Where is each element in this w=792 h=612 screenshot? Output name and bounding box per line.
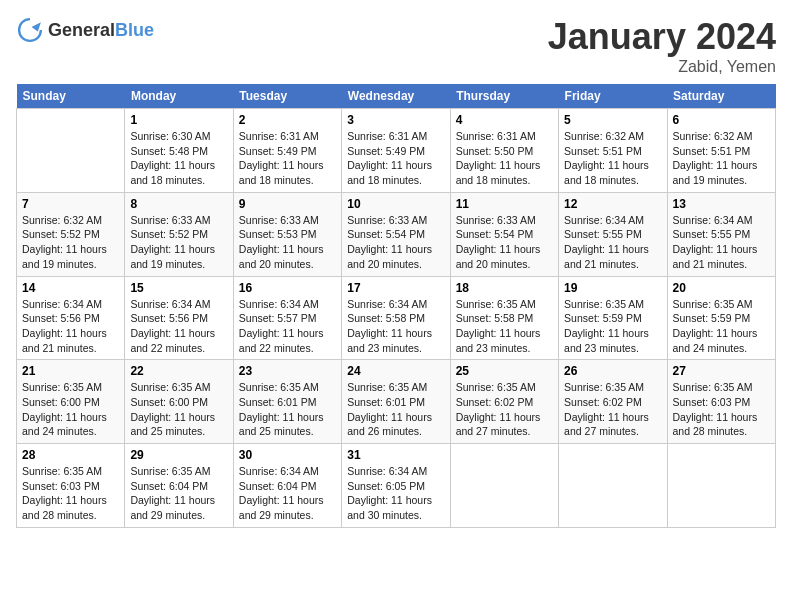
day-number: 1 [130,113,227,127]
day-number: 3 [347,113,444,127]
day-number: 31 [347,448,444,462]
logo: GeneralBlue [16,16,154,44]
day-info: Sunrise: 6:34 AMSunset: 5:56 PMDaylight:… [22,297,119,356]
day-info: Sunrise: 6:34 AMSunset: 6:04 PMDaylight:… [239,464,336,523]
day-info: Sunrise: 6:35 AMSunset: 5:58 PMDaylight:… [456,297,553,356]
day-number: 23 [239,364,336,378]
day-info: Sunrise: 6:35 AMSunset: 6:04 PMDaylight:… [130,464,227,523]
calendar-cell: 26Sunrise: 6:35 AMSunset: 6:02 PMDayligh… [559,360,667,444]
day-number: 12 [564,197,661,211]
calendar-cell: 13Sunrise: 6:34 AMSunset: 5:55 PMDayligh… [667,192,775,276]
week-row-1: 1Sunrise: 6:30 AMSunset: 5:48 PMDaylight… [17,109,776,193]
day-info: Sunrise: 6:35 AMSunset: 5:59 PMDaylight:… [673,297,770,356]
day-info: Sunrise: 6:31 AMSunset: 5:49 PMDaylight:… [347,129,444,188]
title-block: January 2024 Zabid, Yemen [548,16,776,76]
day-info: Sunrise: 6:33 AMSunset: 5:53 PMDaylight:… [239,213,336,272]
day-info: Sunrise: 6:35 AMSunset: 6:00 PMDaylight:… [22,380,119,439]
day-info: Sunrise: 6:35 AMSunset: 6:02 PMDaylight:… [564,380,661,439]
calendar-cell: 21Sunrise: 6:35 AMSunset: 6:00 PMDayligh… [17,360,125,444]
calendar-cell [450,444,558,528]
calendar-cell: 29Sunrise: 6:35 AMSunset: 6:04 PMDayligh… [125,444,233,528]
day-number: 25 [456,364,553,378]
calendar-cell: 31Sunrise: 6:34 AMSunset: 6:05 PMDayligh… [342,444,450,528]
day-number: 30 [239,448,336,462]
day-number: 24 [347,364,444,378]
calendar-cell: 18Sunrise: 6:35 AMSunset: 5:58 PMDayligh… [450,276,558,360]
week-row-4: 21Sunrise: 6:35 AMSunset: 6:00 PMDayligh… [17,360,776,444]
day-number: 10 [347,197,444,211]
calendar-cell: 22Sunrise: 6:35 AMSunset: 6:00 PMDayligh… [125,360,233,444]
day-info: Sunrise: 6:31 AMSunset: 5:49 PMDaylight:… [239,129,336,188]
calendar-cell: 19Sunrise: 6:35 AMSunset: 5:59 PMDayligh… [559,276,667,360]
day-number: 9 [239,197,336,211]
day-info: Sunrise: 6:34 AMSunset: 5:55 PMDaylight:… [564,213,661,272]
calendar-cell: 5Sunrise: 6:32 AMSunset: 5:51 PMDaylight… [559,109,667,193]
day-number: 27 [673,364,770,378]
logo-general-text: General [48,20,115,40]
day-info: Sunrise: 6:35 AMSunset: 6:00 PMDaylight:… [130,380,227,439]
calendar-cell: 14Sunrise: 6:34 AMSunset: 5:56 PMDayligh… [17,276,125,360]
day-info: Sunrise: 6:33 AMSunset: 5:54 PMDaylight:… [347,213,444,272]
calendar-cell: 17Sunrise: 6:34 AMSunset: 5:58 PMDayligh… [342,276,450,360]
week-row-5: 28Sunrise: 6:35 AMSunset: 6:03 PMDayligh… [17,444,776,528]
column-header-friday: Friday [559,84,667,109]
day-info: Sunrise: 6:32 AMSunset: 5:51 PMDaylight:… [673,129,770,188]
day-info: Sunrise: 6:35 AMSunset: 6:01 PMDaylight:… [239,380,336,439]
calendar-cell: 7Sunrise: 6:32 AMSunset: 5:52 PMDaylight… [17,192,125,276]
calendar-cell: 1Sunrise: 6:30 AMSunset: 5:48 PMDaylight… [125,109,233,193]
location-title: Zabid, Yemen [548,58,776,76]
day-number: 8 [130,197,227,211]
day-info: Sunrise: 6:35 AMSunset: 6:02 PMDaylight:… [456,380,553,439]
day-number: 13 [673,197,770,211]
day-number: 16 [239,281,336,295]
day-number: 5 [564,113,661,127]
day-info: Sunrise: 6:32 AMSunset: 5:51 PMDaylight:… [564,129,661,188]
column-header-saturday: Saturday [667,84,775,109]
page-header: GeneralBlue January 2024 Zabid, Yemen [16,16,776,76]
generalblue-logo-icon [16,16,44,44]
day-info: Sunrise: 6:35 AMSunset: 5:59 PMDaylight:… [564,297,661,356]
day-number: 26 [564,364,661,378]
column-header-wednesday: Wednesday [342,84,450,109]
day-info: Sunrise: 6:30 AMSunset: 5:48 PMDaylight:… [130,129,227,188]
day-info: Sunrise: 6:34 AMSunset: 6:05 PMDaylight:… [347,464,444,523]
day-info: Sunrise: 6:35 AMSunset: 6:03 PMDaylight:… [673,380,770,439]
calendar-cell: 6Sunrise: 6:32 AMSunset: 5:51 PMDaylight… [667,109,775,193]
day-number: 20 [673,281,770,295]
calendar-cell: 25Sunrise: 6:35 AMSunset: 6:02 PMDayligh… [450,360,558,444]
day-info: Sunrise: 6:33 AMSunset: 5:54 PMDaylight:… [456,213,553,272]
calendar-cell: 23Sunrise: 6:35 AMSunset: 6:01 PMDayligh… [233,360,341,444]
day-number: 15 [130,281,227,295]
calendar-cell: 3Sunrise: 6:31 AMSunset: 5:49 PMDaylight… [342,109,450,193]
day-number: 21 [22,364,119,378]
calendar-cell: 10Sunrise: 6:33 AMSunset: 5:54 PMDayligh… [342,192,450,276]
calendar-table: SundayMondayTuesdayWednesdayThursdayFrid… [16,84,776,528]
day-info: Sunrise: 6:34 AMSunset: 5:58 PMDaylight:… [347,297,444,356]
calendar-cell [667,444,775,528]
calendar-cell: 16Sunrise: 6:34 AMSunset: 5:57 PMDayligh… [233,276,341,360]
week-row-2: 7Sunrise: 6:32 AMSunset: 5:52 PMDaylight… [17,192,776,276]
day-number: 2 [239,113,336,127]
day-number: 29 [130,448,227,462]
calendar-cell: 15Sunrise: 6:34 AMSunset: 5:56 PMDayligh… [125,276,233,360]
calendar-cell: 12Sunrise: 6:34 AMSunset: 5:55 PMDayligh… [559,192,667,276]
calendar-cell: 11Sunrise: 6:33 AMSunset: 5:54 PMDayligh… [450,192,558,276]
calendar-cell: 4Sunrise: 6:31 AMSunset: 5:50 PMDaylight… [450,109,558,193]
day-number: 22 [130,364,227,378]
calendar-cell [559,444,667,528]
calendar-cell: 2Sunrise: 6:31 AMSunset: 5:49 PMDaylight… [233,109,341,193]
logo-blue-text: Blue [115,20,154,40]
calendar-cell: 28Sunrise: 6:35 AMSunset: 6:03 PMDayligh… [17,444,125,528]
day-number: 14 [22,281,119,295]
day-number: 6 [673,113,770,127]
day-number: 4 [456,113,553,127]
calendar-cell [17,109,125,193]
calendar-header-row: SundayMondayTuesdayWednesdayThursdayFrid… [17,84,776,109]
day-info: Sunrise: 6:31 AMSunset: 5:50 PMDaylight:… [456,129,553,188]
calendar-cell: 20Sunrise: 6:35 AMSunset: 5:59 PMDayligh… [667,276,775,360]
day-number: 7 [22,197,119,211]
day-info: Sunrise: 6:34 AMSunset: 5:55 PMDaylight:… [673,213,770,272]
column-header-thursday: Thursday [450,84,558,109]
day-info: Sunrise: 6:33 AMSunset: 5:52 PMDaylight:… [130,213,227,272]
calendar-cell: 8Sunrise: 6:33 AMSunset: 5:52 PMDaylight… [125,192,233,276]
